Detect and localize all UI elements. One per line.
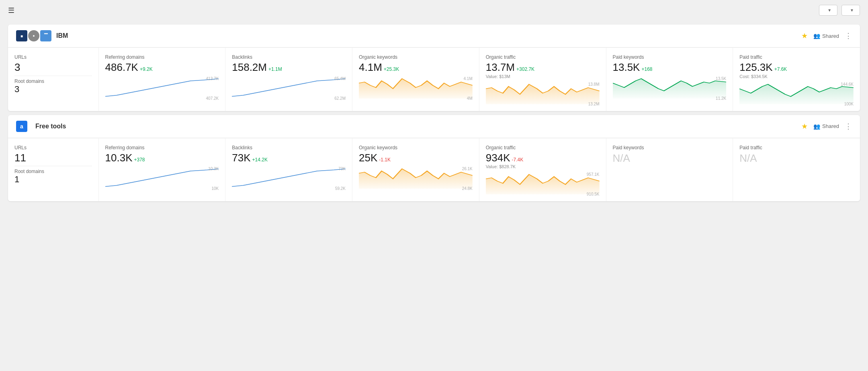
- metric-cell-4: Organic traffic 934K -7.4K Value: $828.7…: [479, 138, 606, 202]
- metric-value: 10.3K: [105, 152, 133, 164]
- metric-sub-label: Value: $828.7K: [486, 164, 600, 169]
- metric-value: 13.5K: [613, 62, 640, 73]
- metric-label: Paid keywords: [613, 145, 727, 150]
- more-options-icon[interactable]: ⋮: [845, 122, 852, 131]
- metric-change: +14.2K: [252, 157, 268, 163]
- metric-value: 11: [14, 152, 92, 164]
- chart-label-bottom: 10K: [211, 186, 219, 191]
- portfolio-icon-1: a: [16, 121, 27, 132]
- metric-value-row: 158.2M +1.1M: [232, 62, 346, 73]
- portfolio-icon-1: ■: [16, 30, 27, 41]
- metric-value-row: 13.5K +168: [613, 62, 727, 73]
- chart-container: 10.3K 10K: [105, 167, 219, 191]
- chart-label-top: 13.5K: [716, 76, 726, 81]
- shared-label: Shared: [822, 33, 839, 39]
- chart-container: 13.5K 11.2K: [613, 76, 727, 101]
- chart-label-bottom: 62.2M: [334, 96, 346, 101]
- metric-change: +9.2K: [140, 66, 153, 72]
- metric-value: 486.7K: [105, 62, 138, 73]
- metric-value: 25K: [359, 152, 377, 164]
- chart-container: 957.1K 910.5K: [486, 172, 600, 196]
- chart-label-top: 26.1K: [462, 167, 473, 171]
- shared-button: 👥 Shared: [813, 123, 839, 130]
- metric-value: 13.7M: [486, 62, 515, 73]
- portfolio-actions: ★ 👥 Shared ⋮: [801, 31, 852, 40]
- metric-value-row: N/A: [613, 152, 727, 165]
- metric-value: N/A: [739, 152, 757, 165]
- metric-sub-label: Value: $13M: [486, 74, 600, 79]
- metric-label: Paid traffic: [739, 145, 854, 150]
- portfolio-card-ibm: ■ ● ▔ IBM ★ 👥 Shared ⋮ URLs 3 Root domai…: [8, 25, 860, 111]
- metric-change: +302.7K: [516, 66, 534, 72]
- metric-cell-2: Backlinks 73K +14.2K 73K 59.2K: [225, 138, 352, 202]
- chart-label-bottom: 24.8K: [462, 186, 473, 191]
- metric-cell-5: Paid keywords N/A: [606, 138, 733, 202]
- metric-cell-3: Organic keywords 4.1M +25.3K 4.1M: [352, 48, 479, 111]
- star-icon[interactable]: ★: [801, 122, 808, 131]
- chart-container: 4.1M 4M: [359, 76, 473, 101]
- portfolio-card-free-tools: a Free tools ★ 👥 Shared ⋮ URLs 11 Root d…: [8, 115, 860, 202]
- metric-cell-1: Referring domains 486.7K +9.2K 413.7K: [99, 48, 226, 111]
- chart-label-top: 413.7K: [206, 76, 219, 81]
- metric-label: Organic traffic: [486, 145, 600, 150]
- metric-change: +378: [134, 157, 145, 163]
- metric-value: 125.3K: [739, 62, 772, 73]
- metric-label: Backlinks: [232, 54, 346, 60]
- metric-value-row: 10.3K +378: [105, 152, 219, 164]
- metrics-grid: URLs 11 Root domains 1 Referring domains…: [8, 138, 860, 202]
- portfolio-icon-3: ▔: [40, 30, 51, 41]
- metric-label: Referring domains: [105, 54, 219, 60]
- chart-label-bottom: 11.2K: [716, 96, 726, 101]
- chart-container: 73K 59.2K: [232, 167, 346, 191]
- metric-value: 934K: [486, 152, 510, 164]
- portfolio-name: IBM: [56, 32, 801, 39]
- metric-cell-6: Paid traffic 125.3K +7.6K Cost: $334.5K …: [733, 48, 860, 111]
- portfolio-icons: a: [16, 121, 31, 132]
- portfolio-header: ■ ● ▔ IBM ★ 👥 Shared ⋮: [8, 25, 860, 47]
- chart-container: 144.6K 100K: [739, 82, 854, 106]
- more-options-icon[interactable]: ⋮: [845, 31, 852, 40]
- sort-dropdown[interactable]: ▼: [841, 5, 860, 16]
- metrics-grid: URLs 3 Root domains 3 Referring domains …: [8, 47, 860, 111]
- people-icon: 👥: [813, 123, 820, 130]
- metric-value: 4.1M: [359, 62, 382, 73]
- chart-label-top: 957.1K: [587, 172, 600, 177]
- metric-value-row: 125.3K +7.6K: [739, 62, 854, 73]
- portfolios-container: ■ ● ▔ IBM ★ 👥 Shared ⋮ URLs 3 Root domai…: [0, 25, 868, 201]
- metric-label: Backlinks: [232, 145, 346, 150]
- metric-cell-0: URLs 3 Root domains 3: [8, 48, 99, 111]
- people-icon: 👥: [813, 33, 820, 39]
- chart-container: 26.1K 24.8K: [359, 167, 473, 191]
- header-controls: ▼ ▼: [819, 5, 860, 16]
- metric-value-row: 934K -7.4K: [486, 152, 600, 164]
- metric-change: -7.4K: [512, 157, 524, 163]
- metric-label: URLs: [14, 54, 92, 60]
- root-domains-value: 3: [14, 84, 92, 95]
- chart-container: 65.4M 62.2M: [232, 76, 346, 101]
- chart-label-bottom: 13.2M: [588, 102, 600, 106]
- chart-label-top: 144.6K: [841, 82, 854, 87]
- star-icon[interactable]: ★: [801, 31, 808, 40]
- header: ☰ ▼ ▼: [0, 0, 868, 21]
- chart-container: 13.8M 13.2M: [486, 82, 600, 106]
- chart-label-top: 65.4M: [334, 76, 346, 81]
- metric-value-row: 25K -1.1K: [359, 152, 473, 164]
- portfolio-actions: ★ 👥 Shared ⋮: [801, 122, 852, 131]
- metric-label: Organic traffic: [486, 54, 600, 60]
- metric-label: Paid keywords: [613, 54, 727, 60]
- portfolio-header: a Free tools ★ 👥 Shared ⋮: [8, 115, 860, 138]
- menu-icon[interactable]: ☰: [8, 6, 14, 15]
- metric-label: Organic keywords: [359, 145, 473, 150]
- metric-value: 3: [14, 62, 92, 73]
- chart-label-top: 10.3K: [208, 167, 219, 171]
- metric-change: +1.1M: [268, 66, 282, 72]
- chart-label-bottom: 59.2K: [335, 186, 346, 191]
- chart-label-bottom: 407.2K: [206, 96, 219, 101]
- metric-change: +25.3K: [384, 66, 399, 72]
- metric-cell-5: Paid keywords 13.5K +168 13.5K: [606, 48, 733, 111]
- metric-sub-label: Cost: $334.5K: [739, 74, 854, 79]
- chart-label-top: 73K: [338, 167, 346, 171]
- metric-cell-3: Organic keywords 25K -1.1K 26.1K: [352, 138, 479, 202]
- metric-cell-1: Referring domains 10.3K +378 10.3K: [99, 138, 226, 202]
- trends-dropdown[interactable]: ▼: [819, 5, 837, 16]
